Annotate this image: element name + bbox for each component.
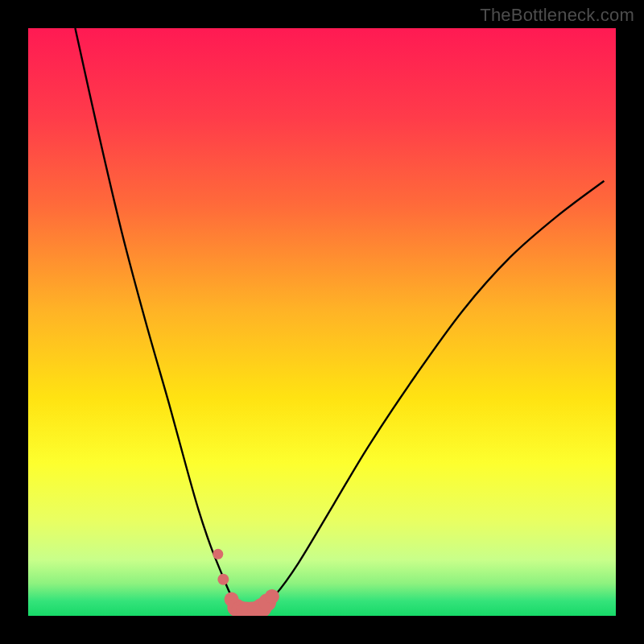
highlight-dot [213,549,223,559]
plot-area [28,28,616,616]
curve-layer [28,28,616,616]
highlight-dot [217,574,229,585]
watermark-text: TheBottleneck.com [480,5,634,26]
highlight-dot [265,589,279,604]
chart-frame: TheBottleneck.com [0,0,644,644]
highlight-markers [213,549,279,616]
bottleneck-curve [75,28,604,613]
